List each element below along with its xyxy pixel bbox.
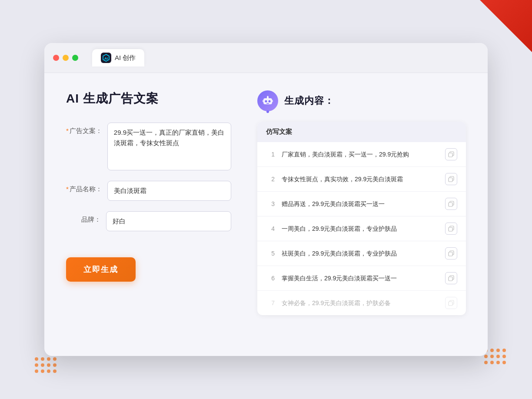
ad-copy-row: *广告文案： 29.9买一送一，真正的厂家直销，美白淡斑霜，专抹女性斑点 xyxy=(66,123,231,170)
result-row: 4 一周美白，29.9元美白淡斑霜，专业护肤品 xyxy=(257,216,466,241)
copy-button[interactable] xyxy=(445,198,457,210)
copy-button[interactable] xyxy=(445,272,457,284)
right-panel: 生成内容： 仿写文案 1 厂家直销，美白淡斑霜，买一送一，29.9元抢购 2 专… xyxy=(257,90,466,325)
svg-rect-21 xyxy=(449,277,452,281)
left-panel: AI 生成广告文案 *广告文案： 29.9买一送一，真正的厂家直销，美白淡斑霜，… xyxy=(66,90,231,325)
row-text: 专抹女性斑点，真实功效，29.9元美白淡斑霜 xyxy=(282,175,438,184)
svg-rect-17 xyxy=(449,227,452,231)
page-title: AI 生成广告文案 xyxy=(66,90,231,107)
svg-rect-5 xyxy=(266,103,269,104)
result-row: 3 赠品再送，29.9元美白淡斑霜买一送一 xyxy=(257,192,466,216)
row-number: 7 xyxy=(266,299,275,306)
result-title: 生成内容： xyxy=(284,94,334,107)
ai-icon: AI xyxy=(101,53,111,63)
ad-copy-input[interactable]: 29.9买一送一，真正的厂家直销，美白淡斑霜，专抹女性斑点 xyxy=(107,123,231,170)
row-text: 赠品再送，29.9元美白淡斑霜买一送一 xyxy=(282,200,438,209)
result-header: 生成内容： xyxy=(257,90,466,111)
row-text: 祛斑美白，29.9元美白淡斑霜，专业护肤品 xyxy=(282,249,438,258)
required-star-product: * xyxy=(66,185,69,193)
product-name-row: *产品名称： xyxy=(66,181,231,201)
row-text: 女神必备，29.9元美白淡斑霜，护肤必备 xyxy=(282,299,438,308)
titlebar: AI AI 创作 xyxy=(44,43,488,73)
product-name-label: *产品名称： xyxy=(66,181,102,193)
results-table: 仿写文案 1 厂家直销，美白淡斑霜，买一送一，29.9元抢购 2 专抹女性斑点，… xyxy=(257,122,466,315)
row-number: 6 xyxy=(266,275,275,282)
result-row: 5 祛斑美白，29.9元美白淡斑霜，专业护肤品 xyxy=(257,241,466,266)
result-row: 7 女神必备，29.9元美白淡斑霜，护肤必备 xyxy=(257,291,466,315)
close-button[interactable] xyxy=(53,55,59,61)
copy-button[interactable] xyxy=(445,223,457,235)
ad-copy-label: *广告文案： xyxy=(66,123,102,135)
minimize-button[interactable] xyxy=(63,55,69,61)
svg-point-4 xyxy=(269,100,271,103)
row-number: 1 xyxy=(266,151,275,158)
copy-button[interactable] xyxy=(445,148,457,160)
required-star-ad: * xyxy=(66,127,69,134)
main-content: AI 生成广告文案 *广告文案： 29.9买一送一，真正的厂家直销，美白淡斑霜，… xyxy=(44,73,488,342)
result-row: 1 厂家直销，美白淡斑霜，买一送一，29.9元抢购 xyxy=(257,142,466,167)
tab-ai-creation[interactable]: AI AI 创作 xyxy=(92,49,144,66)
row-text: 掌握美白生活，29.9元美白淡斑霜买一送一 xyxy=(282,274,438,283)
svg-rect-8 xyxy=(263,100,263,102)
svg-rect-11 xyxy=(449,153,452,157)
copy-button[interactable] xyxy=(445,173,457,185)
svg-rect-9 xyxy=(272,100,273,102)
decoration-dots-bottom-left xyxy=(35,357,57,373)
generate-button[interactable]: 立即生成 xyxy=(66,257,136,282)
decoration-dots-bottom-right xyxy=(484,349,506,364)
copy-button[interactable] xyxy=(445,297,457,309)
row-text: 厂家直销，美白淡斑霜，买一送一，29.9元抢购 xyxy=(282,150,438,159)
copy-button[interactable] xyxy=(445,247,457,259)
maximize-button[interactable] xyxy=(72,55,78,61)
robot-icon xyxy=(257,90,278,111)
svg-rect-13 xyxy=(449,178,452,182)
row-number: 4 xyxy=(266,225,275,232)
svg-rect-23 xyxy=(449,302,452,306)
brand-label: 品牌： xyxy=(66,211,101,224)
row-number: 2 xyxy=(266,176,275,183)
table-header: 仿写文案 xyxy=(257,122,466,142)
brand-row: 品牌： xyxy=(66,211,231,231)
svg-point-3 xyxy=(265,100,267,103)
app-window: AI AI 创作 AI 生成广告文案 *广告文案： 29.9买一送一，真正的厂家… xyxy=(44,43,488,356)
results-list: 1 厂家直销，美白淡斑霜，买一送一，29.9元抢购 2 专抹女性斑点，真实功效，… xyxy=(257,142,466,315)
decoration-corner-top-right xyxy=(480,0,532,52)
svg-point-7 xyxy=(267,96,269,97)
result-row: 6 掌握美白生活，29.9元美白淡斑霜买一送一 xyxy=(257,266,466,291)
traffic-lights xyxy=(53,55,78,61)
svg-rect-15 xyxy=(449,203,452,206)
tab-label: AI 创作 xyxy=(115,54,136,62)
svg-rect-19 xyxy=(449,252,452,256)
result-row: 2 专抹女性斑点，真实功效，29.9元美白淡斑霜 xyxy=(257,167,466,192)
svg-text:AI: AI xyxy=(104,57,108,60)
row-number: 5 xyxy=(266,250,275,257)
brand-input[interactable] xyxy=(106,211,231,231)
row-number: 3 xyxy=(266,200,275,207)
product-name-input[interactable] xyxy=(107,181,231,201)
row-text: 一周美白，29.9元美白淡斑霜，专业护肤品 xyxy=(282,224,438,233)
